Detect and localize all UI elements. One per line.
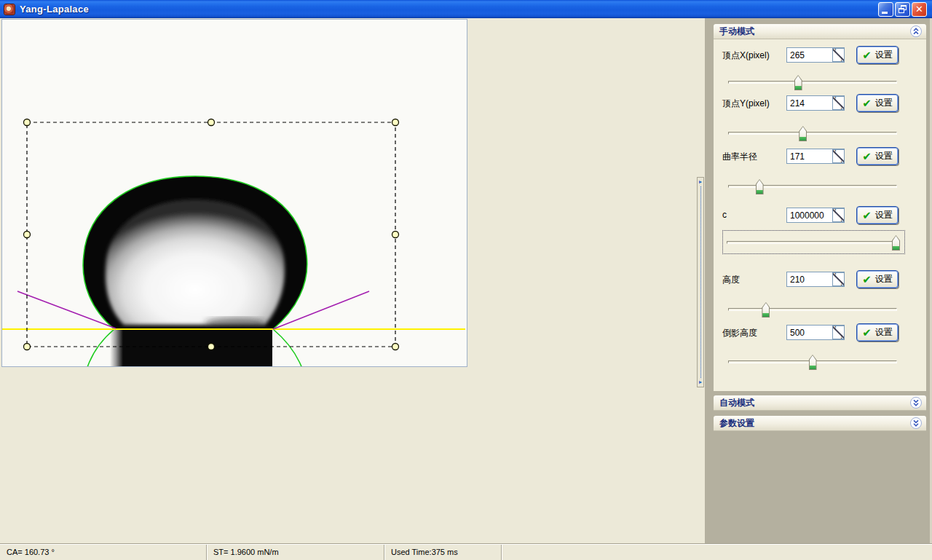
contact-angle-readout: CA= 160.73 ° [0, 545, 207, 560]
app-icon [4, 4, 15, 15]
chevron-up-icon[interactable] [910, 25, 922, 37]
reflection-height-set-button[interactable]: ✔设置 [856, 323, 899, 342]
group-body-manual-mode: 顶点X(pixel) ↑↓ ✔设置 顶点Y(pixel) ↑↓ ✔设置 曲率半径… [714, 39, 926, 391]
c-set-button[interactable]: ✔设置 [856, 206, 899, 224]
group-header-manual-mode[interactable]: 手动模式 [714, 24, 926, 39]
curvature-radius-slider[interactable] [728, 179, 897, 194]
slider-thumb[interactable] [799, 126, 807, 141]
spin-up-icon[interactable]: ↑ [834, 271, 837, 278]
c-spinner[interactable]: ↑↓ [832, 208, 845, 222]
selection-handle[interactable] [24, 344, 31, 350]
apex-x-slider[interactable] [728, 75, 897, 90]
slider-thumb[interactable] [892, 235, 900, 251]
selection-handle[interactable] [24, 119, 31, 126]
close-icon: ✕ [912, 4, 926, 15]
pane-splitter[interactable]: ▸ ▸ [697, 177, 704, 387]
height-set-button[interactable]: ✔设置 [856, 270, 899, 288]
group-manual-mode: 手动模式 顶点X(pixel) ↑↓ ✔设置 顶点Y(pixel) ↑↓ ✔设置… [714, 24, 926, 391]
titlebar: Yang-Lapalace ✕ [0, 0, 932, 18]
spin-down-icon[interactable]: ↓ [840, 55, 844, 63]
selection-handle[interactable] [208, 344, 215, 350]
selection-handle[interactable] [392, 344, 399, 350]
spin-down-icon[interactable]: ↓ [840, 333, 844, 340]
reflection-height-slider[interactable] [728, 355, 897, 370]
check-icon: ✔ [862, 327, 872, 338]
apex-y-spinner[interactable]: ↑↓ [832, 96, 845, 110]
spin-up-icon[interactable]: ↑ [834, 95, 837, 102]
group-title: 自动模式 [719, 398, 754, 408]
drop-annotation-canvas [2, 20, 467, 366]
selection-handle[interactable] [392, 119, 399, 126]
splitter-dots [700, 186, 701, 378]
height-label: 高度 [722, 274, 740, 286]
reflection-height-spinner[interactable]: ↑↓ [832, 326, 845, 339]
substrate-pedestal [120, 329, 272, 366]
spin-up-icon[interactable]: ↑ [834, 148, 837, 155]
slider-thumb[interactable] [762, 302, 770, 318]
minimize-icon [882, 12, 888, 14]
spin-up-icon[interactable]: ↑ [834, 47, 837, 54]
splitter-arrow-icon: ▸ [699, 379, 702, 385]
spin-down-icon[interactable]: ↓ [840, 216, 844, 223]
used-time-readout: Used Time:375 ms [384, 545, 502, 560]
close-button[interactable]: ✕ [912, 2, 927, 17]
surface-tension-readout: ST= 1.9600 mN/m [207, 545, 384, 560]
workspace: ▸ ▸ [0, 18, 705, 544]
apex-y-label: 顶点Y(pixel) [722, 98, 770, 110]
chevron-down-icon[interactable] [910, 397, 922, 409]
apex-x-label: 顶点X(pixel) [722, 50, 770, 62]
restore-button[interactable] [895, 2, 910, 17]
apex-x-set-button[interactable]: ✔设置 [856, 46, 899, 64]
minimize-button[interactable] [878, 2, 893, 17]
apex-y-slider[interactable] [728, 126, 897, 141]
spin-down-icon[interactable]: ↓ [840, 157, 844, 164]
group-parameter-settings: 参数设置 [714, 416, 926, 431]
slider-thumb[interactable] [794, 75, 802, 90]
check-icon: ✔ [862, 50, 872, 60]
drop-image-view [1, 19, 467, 367]
statusbar-empty-pane [502, 545, 932, 560]
reflection-height-label: 倒影高度 [722, 327, 757, 339]
check-icon: ✔ [862, 274, 872, 285]
group-auto-mode: 自动模式 [714, 395, 926, 411]
apex-x-spinner[interactable]: ↑↓ [832, 48, 845, 62]
height-slider[interactable] [728, 302, 897, 318]
chevron-down-icon[interactable] [910, 417, 922, 429]
group-title: 参数设置 [719, 418, 754, 428]
curvature-radius-spinner[interactable]: ↑↓ [832, 149, 845, 163]
apex-y-set-button[interactable]: ✔设置 [856, 94, 899, 112]
spin-down-icon[interactable]: ↓ [840, 280, 844, 287]
curvature-radius-set-button[interactable]: ✔设置 [856, 147, 899, 165]
window-title: Yang-Lapalace [20, 4, 89, 15]
slider-thumb[interactable] [756, 179, 764, 194]
group-header-parameter-settings[interactable]: 参数设置 [714, 416, 926, 431]
control-panel: 手动模式 顶点X(pixel) ↑↓ ✔设置 顶点Y(pixel) ↑↓ ✔设置… [705, 18, 932, 544]
selection-handle[interactable] [392, 232, 399, 238]
selection-handle[interactable] [24, 232, 31, 238]
check-icon: ✔ [862, 98, 872, 109]
splitter-arrow-icon: ▸ [699, 179, 702, 185]
droplet-interior-highlight [106, 200, 285, 325]
spin-up-icon[interactable]: ↑ [834, 324, 837, 331]
spin-up-icon[interactable]: ↑ [834, 207, 837, 214]
droplet-bottom-shadow [205, 318, 266, 329]
group-header-auto-mode[interactable]: 自动模式 [714, 395, 926, 411]
pedestal-left-blur [110, 329, 123, 366]
slider-thumb[interactable] [809, 355, 817, 370]
curvature-radius-label: 曲率半径 [722, 151, 757, 163]
height-spinner[interactable]: ↑↓ [832, 272, 845, 286]
selection-handle[interactable] [208, 119, 215, 126]
c-label: c [722, 210, 727, 220]
check-icon: ✔ [862, 151, 872, 162]
spin-down-icon[interactable]: ↓ [840, 103, 844, 111]
statusbar: CA= 160.73 ° ST= 1.9600 mN/m Used Time:3… [0, 544, 932, 560]
c-slider[interactable] [727, 235, 900, 251]
group-title: 手动模式 [719, 26, 754, 36]
check-icon: ✔ [862, 210, 872, 221]
